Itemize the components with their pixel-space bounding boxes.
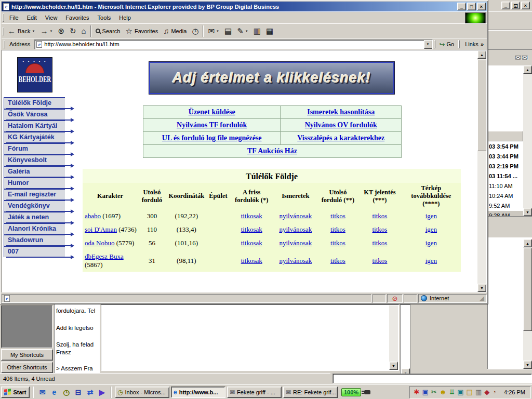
fresh-turns-link[interactable]: titkosak <box>241 225 262 233</box>
taskbar-clock[interactable]: 4:26 PM <box>504 389 525 395</box>
scroll-down-icon[interactable]: ▼ <box>523 208 532 216</box>
message-list-header[interactable] <box>487 131 523 141</box>
kt-report-link[interactable]: titkos <box>372 225 387 233</box>
menu-help[interactable]: Help <box>115 12 135 23</box>
toolbar-grip[interactable] <box>458 40 460 48</box>
menu-file[interactable]: File <box>5 12 23 23</box>
dropdown-arrow-icon[interactable]: ▼ <box>49 30 52 33</box>
sidebar-item-f-rum[interactable]: Fórum <box>4 143 65 154</box>
edit-button[interactable]: ✎▼ <box>234 25 251 37</box>
ie-titlebar[interactable]: e http://www.beholder.hu/l1.htm - Micros… <box>2 2 487 11</box>
last-turn-link[interactable]: titkos <box>330 212 345 220</box>
outlook-clock-icon[interactable]: ◷ <box>61 387 72 397</box>
app-s-tray-icon[interactable]: ▣ <box>422 389 428 395</box>
icq-tray-icon[interactable]: ☻ <box>440 389 447 395</box>
message-list-item[interactable]: 03 2:19 PM <box>487 162 523 171</box>
refresh-button[interactable]: ↻ <box>67 25 79 37</box>
mail-notify-tray-icon[interactable]: ▤ <box>467 389 473 395</box>
menu-view[interactable]: View <box>41 12 62 23</box>
sidebar-item-j-t-k-a-neten[interactable]: Játék a neten <box>4 211 65 223</box>
mail-button[interactable]: ✉▼ <box>205 25 222 37</box>
page-link-tf-aukci-s-h-z[interactable]: TF Aukciós Ház <box>247 147 297 155</box>
last-turn-link[interactable]: titkos <box>330 225 345 233</box>
page-link-ul-s-fordul-log-file-megn-z-se[interactable]: UL és forduló log file megnézése <box>162 134 262 142</box>
minimize-icon[interactable]: _ <box>501 2 510 9</box>
home-button[interactable]: ⌂ <box>79 25 89 37</box>
message-list-item[interactable]: 9:52 AM <box>487 201 523 211</box>
sidebar-item-hatalom-k-rty-i[interactable]: Hatalom Kártyái <box>4 120 65 131</box>
scroll-down-icon[interactable]: ▼ <box>477 284 486 292</box>
knowledge-link[interactable]: nyilvánosak <box>279 257 312 264</box>
character-link[interactable]: ababo <box>85 212 101 220</box>
sidebar-item-shadowrun[interactable]: Shadowrun <box>4 234 65 246</box>
dropdown-arrow-icon[interactable]: ▼ <box>32 30 35 33</box>
scroll-thumb[interactable] <box>477 60 486 151</box>
sidebar-item-e-mail-regiszter[interactable]: E-mail regiszter <box>4 189 65 200</box>
last-turn-link[interactable]: titkos <box>330 239 345 247</box>
scroll-down-icon[interactable]: ▼ <box>523 361 532 369</box>
media-player-icon[interactable]: ▶ <box>97 387 108 397</box>
address-url[interactable]: http://www.beholder.hu/l1.htm <box>44 41 423 47</box>
fan-utility-tray-icon[interactable]: ✱ <box>414 389 420 395</box>
go-button[interactable]: ↪ Go <box>436 41 458 48</box>
updater-tray-icon[interactable]: ⇊ <box>449 389 455 395</box>
message-list-item[interactable]: 11:10 AM <box>487 181 523 191</box>
close-icon[interactable]: × <box>477 3 486 10</box>
toolbar-grip[interactable] <box>3 14 4 22</box>
fresh-turns-link[interactable]: titkosak <box>241 257 262 264</box>
message-preview-pane[interactable]: fordulojara. TelAdd ki legelsoSzolj, ha … <box>54 304 100 373</box>
sync-arrows-icon[interactable]: ⇄ <box>85 387 96 397</box>
forward-button[interactable]: →▼ <box>37 25 55 37</box>
print-button[interactable]: ▤ <box>222 25 234 37</box>
task-button-inbox-micros[interactable]: ◷Inbox - Micros... <box>115 387 169 398</box>
sidebar-item-humor[interactable]: Humor <box>4 177 65 189</box>
minimize-icon[interactable]: _ <box>457 3 466 10</box>
message-list-scrollbar[interactable]: ▲ ▼ <box>523 65 532 216</box>
reading-pane-scrollbar[interactable]: ▼ <box>389 305 398 370</box>
maximize-icon[interactable]: □ <box>467 3 476 10</box>
beholder-logo[interactable]: • • • • • BEHOLDER <box>17 57 52 92</box>
scroll-down-icon[interactable]: ▼ <box>389 362 398 370</box>
sidebar-item-alanori-kr-nika[interactable]: Alanori Krónika <box>4 223 65 234</box>
fresh-turns-link[interactable]: titkosak <box>241 239 262 247</box>
stop-button[interactable]: ⊗ <box>55 25 67 37</box>
discuss-button[interactable]: ▥ <box>251 25 263 37</box>
list-pane-scrollbar[interactable]: ▼ <box>400 304 410 377</box>
my-shortcuts-button[interactable]: My Shortcuts <box>1 349 53 361</box>
send-receive-icon[interactable]: ✉✉ <box>515 53 528 62</box>
banner-image[interactable]: Adj értelmet a klikkelésnek! <box>149 62 394 94</box>
map-forward-link[interactable]: igen <box>425 239 437 247</box>
menu-edit[interactable]: Edit <box>23 12 41 23</box>
character-link[interactable]: oda Nobuo <box>85 239 114 247</box>
page-link-zenet-k-ld-se[interactable]: Üzenet küldése <box>189 108 235 116</box>
printer-tray-icon[interactable]: ▥ <box>475 389 482 395</box>
history-button[interactable]: ◷ <box>189 25 201 37</box>
toolbar-grip[interactable] <box>434 40 435 48</box>
scroll-up-icon[interactable]: ▲ <box>477 50 486 59</box>
sidebar-item-vend-gk-nyv[interactable]: Vendégkönyv <box>4 200 65 211</box>
scroll-up-icon[interactable]: ▲ <box>523 65 532 74</box>
character-link[interactable]: soi D'Aman <box>85 225 117 233</box>
sidebar-item-k-nyvesbolt[interactable]: Könyvesbolt <box>4 154 65 166</box>
message-list-item[interactable]: 03 3:54 PM <box>487 142 523 152</box>
map-forward-link[interactable]: igen <box>425 257 437 264</box>
internet-explorer-icon[interactable]: e <box>49 387 60 397</box>
scroll-up-icon[interactable]: ▲ <box>523 239 532 247</box>
map-forward-link[interactable]: igen <box>425 212 437 220</box>
scroll-thumb[interactable] <box>523 248 532 331</box>
page-link-nyilv-nos-tf-fordul-k[interactable]: Nyilvános TF fordulók <box>177 121 247 129</box>
page-link-ismeretek-hasonl-t-sa[interactable]: Ismeretek hasonlítása <box>307 108 375 116</box>
toolbar-grip[interactable] <box>4 40 5 48</box>
antivirus-tray-icon[interactable]: ◆ <box>484 389 489 395</box>
media-button[interactable]: ♫Media <box>161 25 189 37</box>
sidebar-item-s-k-v-rosa[interactable]: Ősök Városa <box>4 109 65 120</box>
task-button-http-www-b[interactable]: ehttp://www.b... <box>171 387 225 398</box>
map-forward-link[interactable]: igen <box>425 225 437 233</box>
search-tray-icon[interactable]: ◔ <box>492 389 496 395</box>
message-list-item[interactable]: 03 11:54 ... <box>487 171 523 181</box>
character-link[interactable]: dbEgesz Buxa <box>85 252 124 260</box>
knowledge-link[interactable]: nyilvánosak <box>279 212 312 220</box>
page-link-nyilv-nos-ov-fordul-k[interactable]: Nyilvános OV fordulók <box>305 121 377 129</box>
address-dropdown-icon[interactable]: ▼ <box>424 40 432 49</box>
floppy-save-icon[interactable]: ⊟ <box>73 387 84 397</box>
